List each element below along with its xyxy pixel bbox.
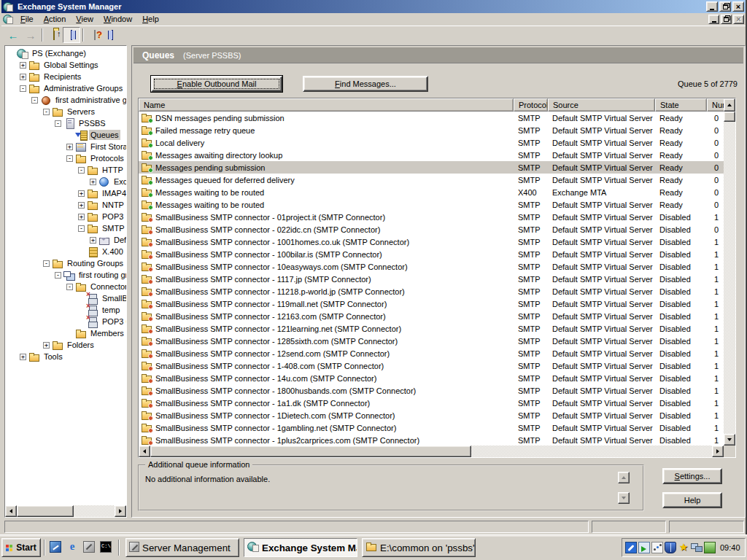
queue-row[interactable]: SmallBusiness SMTP connector - 10easyway… [139,260,724,273]
expand-icon[interactable]: + [66,144,73,150]
queue-row[interactable]: DSN messages pending submissionSMTPDefau… [139,112,724,124]
queue-row[interactable]: SmallBusiness SMTP connector - 022idc.cn… [139,223,724,236]
expand-icon[interactable]: + [90,237,96,244]
task-button-1[interactable]: Server Management [125,538,239,557]
collapse-icon[interactable]: - [66,155,73,162]
command-prompt-icon[interactable] [98,540,113,554]
show-hide-console-tree-button[interactable] [63,27,80,43]
minimize-button[interactable] [706,1,718,12]
menu-item-view[interactable]: View [71,14,98,24]
tree-item-pop3-c[interactable]: +POP3 C [5,316,126,327]
back-button[interactable]: ← [4,27,22,43]
expand-icon[interactable]: + [78,190,85,197]
tree-item-global-settings[interactable]: +Global Settings [5,59,126,71]
scroll-left-button[interactable] [139,446,150,457]
column-header-name[interactable]: Name [139,98,514,112]
queue-row[interactable]: SmallBusiness SMTP connector - 01project… [139,211,724,223]
enable-outbound-mail-button[interactable]: Enable Outbound Mail [151,76,282,92]
tree-item-pssbs[interactable]: -PSSBS [5,117,126,129]
tree-item-first-storag[interactable]: +First Storag [5,141,126,152]
tree-item-temp[interactable]: +temp [5,304,126,316]
tree-item-tools[interactable]: +Tools [5,351,126,362]
tree-item-nntp[interactable]: +NNTP [5,199,126,211]
tree-item-servers[interactable]: -Servers [5,106,126,117]
task-scheduler-icon[interactable] [638,542,650,553]
scroll-left-button[interactable] [5,505,17,517]
collapse-icon[interactable]: - [31,97,38,104]
child-close-button[interactable]: × [733,15,744,24]
find-messages-button[interactable]: Find Messages... [303,76,428,92]
collapse-icon[interactable]: - [43,109,50,115]
task-button-2[interactable]: Exchange System Ma... [244,538,357,557]
scroll-down-button[interactable] [724,434,735,446]
tree-item-smallbu[interactable]: +SmallBu [5,292,126,304]
collapse-icon[interactable]: - [20,85,26,92]
collapse-icon[interactable]: - [78,167,85,174]
internet-explorer-icon[interactable]: e [65,540,80,554]
start-button[interactable]: Start [1,538,41,557]
queue-row[interactable]: Messages waiting to be routedX400Exchang… [139,186,724,198]
queue-row[interactable]: Messages awaiting directory lookupSMTPDe… [139,149,724,161]
queue-row[interactable]: SmallBusiness SMTP connector - 1800husba… [139,384,724,397]
tree-item-smtp[interactable]: -SMTP [5,222,126,234]
list-horizontal-scrollbar[interactable] [139,446,724,457]
tree-item-def[interactable]: +Def [5,234,126,246]
queue-row[interactable]: SmallBusiness SMTP connector - 100bilar.… [139,248,724,260]
collapse-icon[interactable]: - [43,260,50,267]
scrollbar-thumb[interactable] [150,446,471,457]
queue-row[interactable]: Messages waiting to be routedSMTPDefault… [139,198,724,211]
tree-item-http[interactable]: -HTTP [5,164,126,176]
tree-item-folders[interactable]: +Folders [5,339,126,351]
help-button[interactable] [86,27,104,43]
mail-app-icon[interactable] [48,540,63,554]
network-activity-icon[interactable] [651,542,663,553]
child-restore-button[interactable] [721,15,732,24]
tree-item-administrative-groups[interactable]: -Administrative Groups [5,82,126,94]
queue-row[interactable]: SmallBusiness SMTP connector - 1117.jp (… [139,273,724,285]
expand-icon[interactable]: + [43,342,50,349]
alert-star-icon[interactable]: ★ [678,542,689,553]
queue-row[interactable]: SmallBusiness SMTP connector - 1-408.com… [139,359,724,372]
queue-row[interactable]: SmallBusiness SMTP connector - 1gambling… [139,421,724,434]
tree-horizontal-scrollbar[interactable] [5,505,126,517]
expand-icon[interactable]: + [20,62,26,69]
shield-icon[interactable] [665,542,676,553]
collapse-icon[interactable]: - [66,284,73,290]
scrollbar-thumb[interactable] [724,112,735,122]
scroll-right-button[interactable] [115,505,126,517]
queue-row[interactable]: SmallBusiness SMTP connector - 119mall.n… [139,298,724,310]
list-vertical-scrollbar[interactable] [724,98,735,446]
up-one-level-button[interactable] [45,27,63,43]
network-computers-icon[interactable] [691,542,703,553]
settings-button[interactable]: Settings... [662,468,722,484]
collapse-icon[interactable]: - [55,120,61,127]
expand-icon[interactable]: + [20,354,26,360]
scroll-up-button[interactable] [618,472,630,483]
queue-row[interactable]: Local deliverySMTPDefault SMTP Virtual S… [139,136,724,149]
config-wrench-icon[interactable] [625,542,637,553]
queue-row[interactable]: Messages pending submissionSMTPDefault S… [139,161,724,174]
admin-tool-icon[interactable] [82,540,96,554]
tree-item-protocols[interactable]: -Protocols [5,152,126,164]
forward-button[interactable]: → [22,27,39,43]
tree-item-pop3[interactable]: +POP3 [5,211,126,222]
expand-icon[interactable]: + [90,179,96,185]
menu-item-help[interactable]: Help [137,14,164,24]
tree-item-first-routing-gro[interactable]: -first routing gro [5,269,126,281]
expand-icon[interactable]: + [78,214,85,220]
tree-item-connectors[interactable]: -Connectors [5,281,126,292]
scroll-down-button[interactable] [618,492,630,504]
tree-item-first-administrative-grou[interactable]: -first administrative grou [5,94,126,106]
queue-row[interactable]: SmallBusiness SMTP connector - 11218.p-w… [139,285,724,298]
menu-item-file[interactable]: File [15,14,39,24]
menu-item-window[interactable]: Window [98,14,137,24]
expand-icon[interactable]: + [20,74,26,80]
column-header-state[interactable]: State [655,98,707,112]
expand-icon[interactable]: + [78,202,85,209]
queue-row[interactable]: SmallBusiness SMTP connector - 121learni… [139,322,724,335]
tree-item-members[interactable]: +Members [5,327,126,339]
collapse-icon[interactable]: - [55,272,61,279]
menu-item-action[interactable]: Action [39,14,71,24]
show-hide-action-pane-button[interactable] [104,27,121,43]
column-header-source[interactable]: Source [548,98,655,112]
